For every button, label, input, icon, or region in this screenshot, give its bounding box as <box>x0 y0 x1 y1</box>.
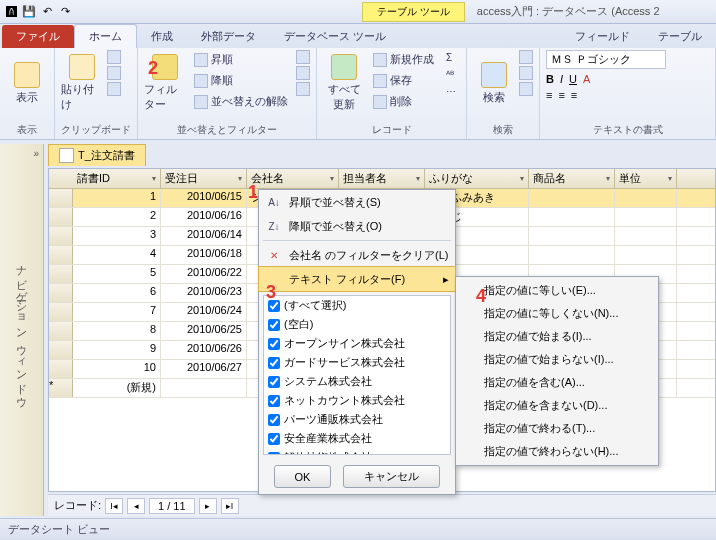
cell-id[interactable]: 2 <box>73 208 161 226</box>
tab-table[interactable]: テーブル <box>644 25 716 48</box>
cell-date[interactable]: 2010/06/27 <box>161 360 247 378</box>
col-unit[interactable]: 単位▾ <box>615 169 677 188</box>
col-id[interactable]: 請書ID▾ <box>73 169 161 188</box>
prev-record-button[interactable]: ◂ <box>127 498 145 514</box>
cell-unit[interactable] <box>615 208 677 226</box>
cell-id[interactable]: 9 <box>73 341 161 359</box>
tab-home[interactable]: ホーム <box>74 24 137 48</box>
undo-icon[interactable]: ↶ <box>40 5 54 19</box>
more-button[interactable]: ⋯ <box>442 84 460 99</box>
cell-id[interactable]: 1 <box>73 189 161 207</box>
cell-unit[interactable] <box>615 189 677 207</box>
totals-button[interactable]: Σ <box>442 50 460 65</box>
advanced-filter-icon[interactable] <box>296 66 310 80</box>
find-button[interactable]: 検索 <box>473 50 515 116</box>
chk-select-all[interactable]: (すべて選択) <box>264 296 450 315</box>
submenu-item[interactable]: 指定の値で始まらない(I)... <box>456 348 658 371</box>
row-selector[interactable]: * <box>49 379 73 397</box>
document-tab[interactable]: T_注文請書 <box>48 144 146 166</box>
row-selector[interactable] <box>49 303 73 321</box>
cell-unit[interactable] <box>615 246 677 264</box>
cell-date[interactable]: 2010/06/18 <box>161 246 247 264</box>
ok-button[interactable]: OK <box>274 465 332 488</box>
col-date[interactable]: 受注日▾ <box>161 169 247 188</box>
cell-date[interactable]: 2010/06/25 <box>161 322 247 340</box>
row-selector[interactable] <box>49 284 73 302</box>
submenu-item[interactable]: 指定の値を含む(A)... <box>456 371 658 394</box>
cell-id[interactable]: (新規) <box>73 379 161 397</box>
bold-button[interactable]: B <box>546 73 554 85</box>
row-selector[interactable] <box>49 227 73 245</box>
copy-icon[interactable] <box>107 66 121 80</box>
replace-icon[interactable] <box>519 50 533 64</box>
chevron-down-icon[interactable]: ▾ <box>668 174 672 183</box>
paste-button[interactable]: 貼り付け <box>61 50 103 116</box>
cell-date[interactable]: 2010/06/22 <box>161 265 247 283</box>
cell-id[interactable]: 5 <box>73 265 161 283</box>
chk-option[interactable]: 安全産業株式会社 <box>264 429 450 448</box>
cell-id[interactable]: 8 <box>73 322 161 340</box>
cell-product[interactable] <box>529 227 615 245</box>
view-button[interactable]: 表示 <box>6 50 48 116</box>
row-selector[interactable] <box>49 341 73 359</box>
cell-date[interactable]: 2010/06/15 <box>161 189 247 207</box>
menu-sort-asc[interactable]: A↓昇順で並べ替え(S) <box>259 190 455 214</box>
select-all-cell[interactable] <box>49 169 73 188</box>
new-record-button[interactable]: 新規作成 <box>369 50 438 69</box>
col-kana[interactable]: ふりがな▾ <box>425 169 529 188</box>
chk-option[interactable]: オープンサイン株式会社 <box>264 334 450 353</box>
underline-button[interactable]: U <box>569 73 577 85</box>
save-record-button[interactable]: 保存 <box>369 71 438 90</box>
cut-icon[interactable] <box>107 50 121 64</box>
chevron-down-icon[interactable]: ▾ <box>606 174 610 183</box>
cell-id[interactable]: 10 <box>73 360 161 378</box>
chk-option[interactable]: 解体技術株式会社 <box>264 448 450 455</box>
col-product[interactable]: 商品名▾ <box>529 169 615 188</box>
sort-desc-button[interactable]: 降順 <box>190 71 292 90</box>
align-right-button[interactable]: ≡ <box>571 89 577 101</box>
tab-field[interactable]: フィールド <box>561 25 644 48</box>
next-record-button[interactable]: ▸ <box>199 498 217 514</box>
goto-icon[interactable] <box>519 66 533 80</box>
cell-date[interactable]: 2010/06/14 <box>161 227 247 245</box>
redo-icon[interactable]: ↷ <box>58 5 72 19</box>
file-tab[interactable]: ファイル <box>2 25 74 48</box>
menu-sort-desc[interactable]: Z↓降順で並べ替え(O) <box>259 214 455 238</box>
first-record-button[interactable]: I◂ <box>105 498 123 514</box>
align-left-button[interactable]: ≡ <box>546 89 552 101</box>
submenu-item[interactable]: 指定の値で始まる(I)... <box>456 325 658 348</box>
spelling-button[interactable]: ᴬᴮ <box>442 67 460 82</box>
submenu-item[interactable]: 指定の値を含まない(D)... <box>456 394 658 417</box>
chk-option[interactable]: ネットカウント株式会社 <box>264 391 450 410</box>
sort-clear-button[interactable]: 並べ替えの解除 <box>190 92 292 111</box>
cell-id[interactable]: 6 <box>73 284 161 302</box>
refresh-button[interactable]: すべて 更新 <box>323 50 365 116</box>
row-selector[interactable] <box>49 322 73 340</box>
tab-external[interactable]: 外部データ <box>187 25 270 48</box>
save-icon[interactable]: 💾 <box>22 5 36 19</box>
select-icon[interactable] <box>519 82 533 96</box>
col-company[interactable]: 会社名▾ <box>247 169 339 188</box>
submenu-item[interactable]: 指定の値に等しい(E)... <box>456 279 658 302</box>
record-position[interactable]: 1 / 11 <box>149 498 195 514</box>
menu-clear-filter[interactable]: ✕会社名 のフィルターをクリア(L) <box>259 243 455 267</box>
cell-unit[interactable] <box>615 227 677 245</box>
cell-id[interactable]: 4 <box>73 246 161 264</box>
font-color-button[interactable]: A <box>583 73 590 85</box>
row-selector[interactable] <box>49 246 73 264</box>
row-selector[interactable] <box>49 189 73 207</box>
chk-option[interactable]: ガードサービス株式会社 <box>264 353 450 372</box>
cell-product[interactable] <box>529 246 615 264</box>
chk-blank[interactable]: (空白) <box>264 315 450 334</box>
align-center-button[interactable]: ≡ <box>558 89 564 101</box>
selection-filter-icon[interactable] <box>296 50 310 64</box>
cancel-button[interactable]: キャンセル <box>343 465 440 488</box>
cell-date[interactable]: 2010/06/24 <box>161 303 247 321</box>
chevron-down-icon[interactable]: ▾ <box>152 174 156 183</box>
cell-product[interactable] <box>529 189 615 207</box>
submenu-item[interactable]: 指定の値で終わらない(H)... <box>456 440 658 463</box>
submenu-item[interactable]: 指定の値で終わる(T)... <box>456 417 658 440</box>
row-selector[interactable] <box>49 208 73 226</box>
menu-text-filter[interactable]: テキスト フィルター(F)▸ <box>258 266 456 292</box>
delete-record-button[interactable]: 削除 <box>369 92 438 111</box>
